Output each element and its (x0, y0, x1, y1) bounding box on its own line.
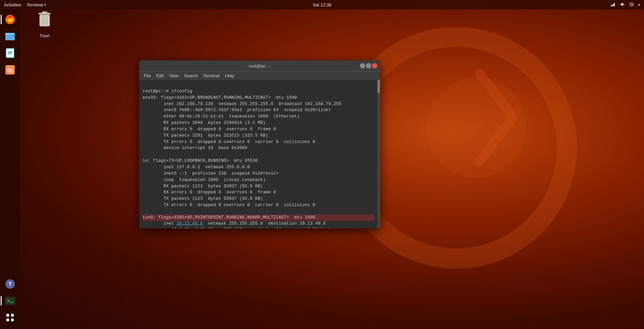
terminal-window: root@pc: ~ _ □ ✕ File Edit View Search T… (139, 60, 380, 228)
sidebar-icon-apps-grid[interactable] (3, 310, 17, 325)
network-icon[interactable] (610, 2, 615, 8)
svg-rect-0 (611, 5, 612, 6)
sidebar-icon-help[interactable]: ? (3, 277, 17, 291)
svg-rect-22 (42, 11, 47, 13)
terminal-body[interactable]: root@pc:~# ifconfig ens33: flags=4163<UP… (139, 80, 380, 228)
terminal-content: root@pc:~# ifconfig ens33: flags=4163<UP… (139, 80, 377, 228)
terminal-controls: _ □ ✕ (360, 63, 377, 68)
terminal-scrollbar-thumb[interactable] (377, 80, 380, 93)
terminal-menu-help[interactable]: Help (223, 73, 236, 79)
power-icon[interactable] (629, 2, 634, 8)
svg-rect-7 (5, 33, 10, 35)
svg-text:🛍: 🛍 (7, 67, 13, 74)
trash-icon (37, 10, 53, 32)
sidebar-icon-firefox[interactable] (3, 12, 17, 27)
appname-chevron: ▾ (44, 3, 46, 7)
terminal-menu-view[interactable]: View (167, 73, 180, 79)
terminal-title: root@pc: ~ (249, 63, 270, 68)
terminal-menu-file[interactable]: File (142, 73, 153, 79)
appname-label: Terminal (26, 2, 43, 7)
svg-rect-2 (614, 3, 615, 6)
terminal-scrollbar[interactable] (377, 80, 380, 228)
svg-rect-6 (5, 34, 15, 40)
svg-rect-18 (11, 314, 14, 317)
terminal-menu-search[interactable]: Search (182, 73, 200, 79)
sidebar-icon-terminal[interactable] (3, 293, 17, 308)
activities-button[interactable]: Activities (4, 2, 21, 7)
terminal-menu-terminal[interactable]: Terminal (201, 73, 222, 79)
terminal-minimize-button[interactable]: _ (360, 63, 365, 68)
svg-rect-1 (612, 4, 613, 6)
terminal-close-button[interactable]: ✕ (372, 63, 377, 68)
desktop-icon-trash[interactable]: Trash (31, 10, 58, 38)
topbar-right: ▾ (610, 2, 640, 8)
volume-icon[interactable] (620, 2, 625, 8)
system-menu-chevron[interactable]: ▾ (638, 3, 640, 7)
svg-rect-20 (11, 319, 14, 321)
svg-rect-19 (6, 319, 9, 321)
terminal-menubar: File Edit View Search Terminal Help (139, 71, 380, 80)
svg-text:W: W (8, 50, 12, 55)
terminal-menu-edit[interactable]: Edit (154, 73, 166, 79)
topbar-clock: Sat 12:38 (313, 2, 331, 7)
sidebar-icon-appstore[interactable]: 🛍 (3, 62, 17, 77)
topbar-left: Activities Terminal ▾ (4, 2, 46, 7)
sidebar-icon-libreoffice-writer[interactable]: W (3, 46, 17, 60)
svg-text:?: ? (8, 281, 12, 287)
sidebar-icon-files[interactable] (3, 29, 17, 44)
sidebar: W 🛍 ? (0, 9, 20, 329)
terminal-titlebar: root@pc: ~ _ □ ✕ (139, 60, 380, 71)
terminal-maximize-button[interactable]: □ (366, 63, 371, 68)
topbar: Activities Terminal ▾ Sat 12:38 (0, 0, 644, 9)
svg-rect-17 (6, 314, 9, 317)
terminal-appname[interactable]: Terminal ▾ (26, 2, 46, 7)
sidebar-bottom: ? (3, 277, 17, 325)
trash-label: Trash (40, 34, 50, 38)
